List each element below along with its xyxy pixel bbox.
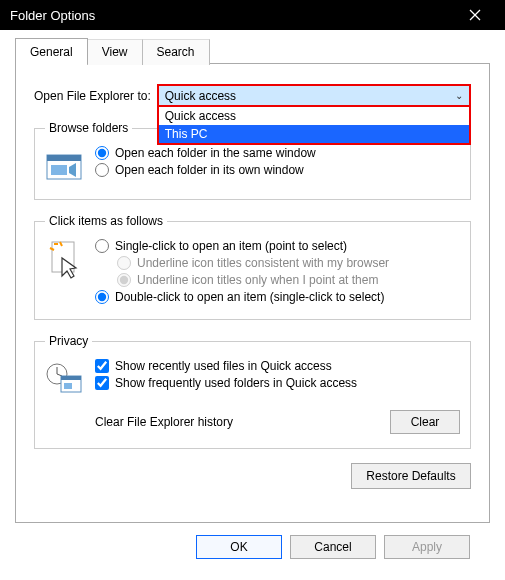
open-explorer-dropdown: Quick access This PC <box>157 107 471 145</box>
cancel-button[interactable]: Cancel <box>290 535 376 559</box>
radio-same-window[interactable] <box>95 146 109 160</box>
restore-defaults-button[interactable]: Restore Defaults <box>351 463 471 489</box>
svg-rect-4 <box>51 165 67 175</box>
tab-panel-general: Open File Explorer to: Quick access ⌄ Qu… <box>15 63 490 523</box>
radio-underline-point <box>117 273 131 287</box>
clear-history-label: Clear File Explorer history <box>95 415 233 429</box>
combo-option-this-pc[interactable]: This PC <box>159 125 469 143</box>
tab-strip: General View Search <box>15 38 490 64</box>
radio-same-window-label: Open each folder in the same window <box>115 146 316 160</box>
radio-double-click[interactable] <box>95 290 109 304</box>
radio-underline-browser-label: Underline icon titles consistent with my… <box>137 256 389 270</box>
svg-rect-16 <box>64 383 72 389</box>
click-items-group: Click items as follows Single-click to o… <box>34 214 471 320</box>
clear-button[interactable]: Clear <box>390 410 460 434</box>
combo-value: Quick access <box>165 89 236 103</box>
privacy-group: Privacy Show recently used files in Quic… <box>34 334 471 449</box>
svg-rect-3 <box>47 155 81 161</box>
check-freq-folders[interactable] <box>95 376 109 390</box>
radio-own-window-label: Open each folder in its own window <box>115 163 304 177</box>
close-icon <box>469 9 481 21</box>
ok-button[interactable]: OK <box>196 535 282 559</box>
svg-rect-15 <box>61 376 81 380</box>
titlebar: Folder Options <box>0 0 505 30</box>
window-title: Folder Options <box>10 8 455 23</box>
open-explorer-combo[interactable]: Quick access ⌄ <box>157 84 471 107</box>
privacy-legend: Privacy <box>45 334 92 348</box>
check-freq-folders-label: Show frequently used folders in Quick ac… <box>115 376 357 390</box>
radio-single-click[interactable] <box>95 239 109 253</box>
close-button[interactable] <box>455 0 495 30</box>
check-recent-files-label: Show recently used files in Quick access <box>115 359 332 373</box>
radio-underline-browser <box>117 256 131 270</box>
browse-folders-legend: Browse folders <box>45 121 132 135</box>
tab-general[interactable]: General <box>15 38 88 64</box>
radio-double-click-label: Double-click to open an item (single-cli… <box>115 290 384 304</box>
privacy-icon <box>45 360 85 400</box>
click-items-legend: Click items as follows <box>45 214 167 228</box>
radio-single-click-label: Single-click to open an item (point to s… <box>115 239 347 253</box>
combo-option-quick-access[interactable]: Quick access <box>159 107 469 125</box>
radio-underline-point-label: Underline icon titles only when I point … <box>137 273 378 287</box>
apply-button: Apply <box>384 535 470 559</box>
check-recent-files[interactable] <box>95 359 109 373</box>
tab-view[interactable]: View <box>87 39 143 65</box>
open-explorer-label: Open File Explorer to: <box>34 89 151 103</box>
tab-search[interactable]: Search <box>142 39 210 65</box>
click-items-icon <box>45 240 85 280</box>
browse-folders-icon <box>45 147 85 187</box>
dialog-buttons: OK Cancel Apply <box>15 523 490 559</box>
chevron-down-icon: ⌄ <box>455 90 463 101</box>
radio-own-window[interactable] <box>95 163 109 177</box>
